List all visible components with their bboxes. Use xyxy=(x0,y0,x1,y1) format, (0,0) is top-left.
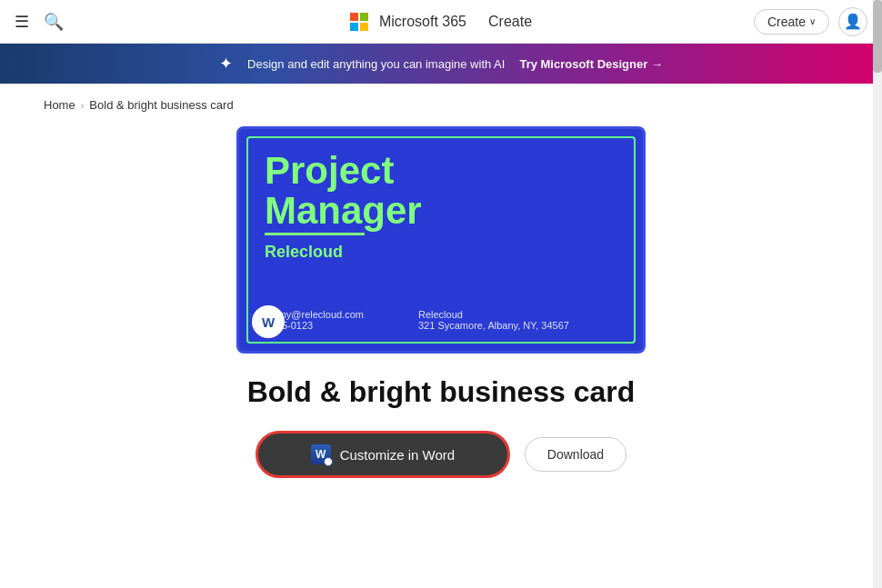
create-button[interactable]: Create ∨ xyxy=(754,9,829,35)
card-company-right: Relecloud xyxy=(418,309,569,320)
logo-blue-square xyxy=(350,23,358,31)
breadcrumb-chevron-icon: › xyxy=(81,100,85,111)
card-title-underline xyxy=(265,233,365,235)
page-title: Bold & bright business card xyxy=(247,375,636,409)
nav-right-actions: Create ∨ 👤 xyxy=(754,7,867,36)
card-contact-info: conny@relecloud.com ) 555-0123 Relecloud… xyxy=(265,309,569,331)
chevron-down-icon: ∨ xyxy=(809,16,816,26)
top-navigation: ☰ 🔍 Microsoft 365 Create Create ∨ 👤 xyxy=(0,0,882,44)
scrollbar[interactable] xyxy=(873,0,882,588)
card-preview: Project Manager Relecloud conny@releclou… xyxy=(236,126,646,354)
card-address: 321 Sycamore, Albany, NY, 34567 xyxy=(418,320,569,331)
microsoft-logo xyxy=(350,13,368,31)
customize-in-word-button[interactable]: W Customize in Word xyxy=(256,431,510,478)
scrollbar-thumb[interactable] xyxy=(873,0,882,73)
download-button[interactable]: Download xyxy=(525,437,626,472)
word-w-letter: W xyxy=(262,314,275,330)
search-icon[interactable]: 🔍 xyxy=(44,12,64,32)
nav-create-label: Create xyxy=(488,14,532,30)
hamburger-menu-icon[interactable]: ☰ xyxy=(15,12,29,32)
logo-green-square xyxy=(360,13,368,21)
customize-button-label: Customize in Word xyxy=(340,447,455,463)
main-content: Project Manager Relecloud conny@releclou… xyxy=(0,126,882,514)
word-app-icon: W xyxy=(252,305,285,338)
banner-designer-link[interactable]: Try Microsoft Designer → xyxy=(519,57,662,71)
create-button-label: Create xyxy=(767,15,806,29)
account-icon[interactable]: 👤 xyxy=(838,7,867,36)
breadcrumb-current-page: Bold & bright business card xyxy=(89,98,233,112)
action-buttons: W Customize in Word Download xyxy=(256,431,626,478)
app-title: Microsoft 365 xyxy=(379,14,466,30)
wand-icon: ✦ xyxy=(219,54,233,74)
logo-yellow-square xyxy=(360,23,368,31)
card-right-contact: Relecloud 321 Sycamore, Albany, NY, 3456… xyxy=(418,309,569,331)
logo-red-square xyxy=(350,13,358,21)
card-title-line1: Project Manager xyxy=(265,151,617,231)
promo-banner: ✦ Design and edit anything you can imagi… xyxy=(0,44,882,84)
card-company-name: Relecloud xyxy=(265,243,617,262)
breadcrumb-home[interactable]: Home xyxy=(44,98,75,112)
breadcrumb: Home › Bold & bright business card xyxy=(0,84,882,126)
nav-center: Microsoft 365 Create xyxy=(350,13,532,31)
banner-text: Design and edit anything you can imagine… xyxy=(247,57,505,71)
word-icon: W xyxy=(311,444,331,464)
